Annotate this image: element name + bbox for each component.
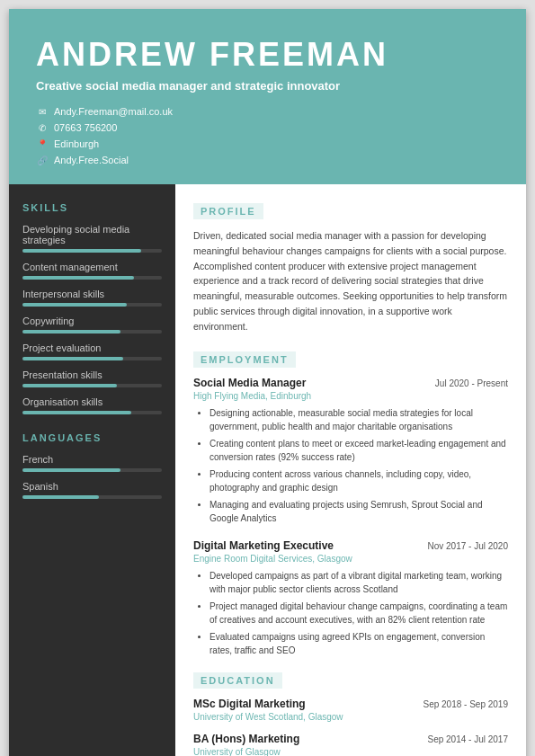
location-icon: 📍 [36,138,49,150]
sidebar: SKILLS Developing social media strategie… [9,184,175,756]
contact-text: Andy.Free.Social [54,155,129,165]
skill-bar-bg [22,411,162,414]
languages-list: French Spanish [22,454,162,499]
education-section: EDUCATION MSc Digital Marketing Sep 2018… [193,672,508,756]
skill-item: Interpersonal skills [22,289,162,307]
contact-location: 📍Edinburgh [36,138,499,150]
skill-bar-bg [22,384,162,387]
contact-text: Andy.Freeman@mail.co.uk [54,106,173,117]
employment-section: EMPLOYMENT Social Media Manager Jul 2020… [193,351,508,657]
candidate-title: Creative social media manager and strate… [36,79,499,93]
job-company: Engine Room Digital Services, Glasgow [193,554,508,564]
skill-name: Copywriting [22,316,162,326]
bullet: Project managed digital behaviour change… [210,600,508,627]
skill-name: Organisation skills [22,396,162,407]
bullet: Managing and evaluating projects using S… [210,498,508,525]
phone-icon: ✆ [36,121,49,134]
edu-header: MSc Digital Marketing Sep 2018 - Sep 201… [193,698,508,710]
lang-bar-bg [22,495,162,499]
contact-social: 🔗Andy.Free.Social [36,154,499,166]
job-bullets: Developed campaigns as part of a vibrant… [193,569,508,657]
skill-bar-fill [22,357,123,360]
header: ANDREW FREEMAN Creative social media man… [9,9,526,184]
skill-name: Presentation skills [22,369,162,380]
employment-title: EMPLOYMENT [193,351,296,368]
job-item: Digital Marketing Executive Nov 2017 - J… [193,539,508,657]
edu-university: University of Glasgow [193,747,508,756]
skills-list: Developing social media strategies Conte… [22,224,162,414]
edu-header: BA (Hons) Marketing Sep 2014 - Jul 2017 [193,733,508,745]
social-icon: 🔗 [36,154,49,166]
skill-item: Developing social media strategies [22,224,162,253]
profile-text: Driven, dedicated social media manager w… [193,228,508,334]
bullet: Creating content plans to meet or exceed… [210,437,508,464]
skill-name: Interpersonal skills [22,289,162,299]
contact-text: 07663 756200 [54,122,117,133]
job-dates: Jul 2020 - Present [435,378,508,388]
job-dates: Nov 2017 - Jul 2020 [427,541,508,551]
bullet: Evaluated campaigns using agreed KPIs on… [210,630,508,657]
profile-title: PROFILE [193,203,263,219]
job-title: Digital Marketing Executive [193,539,334,552]
edu-university: University of West Scotland, Glasgow [193,712,508,722]
skill-bar-bg [22,357,162,360]
body: SKILLS Developing social media strategie… [9,184,526,756]
skill-bar-fill [22,330,120,334]
lang-bar-bg [22,468,162,472]
edu-degree: MSc Digital Marketing [193,698,306,710]
language-name: Spanish [22,481,162,492]
skill-bar-fill [22,411,131,414]
skill-bar-bg [22,303,162,307]
bullet: Producing content across various channel… [210,467,508,494]
skill-item: Project evaluation [22,342,162,360]
skill-bar-fill [22,303,127,307]
education-title: EDUCATION [193,672,282,689]
skill-name: Developing social media strategies [22,224,162,245]
skill-bar-bg [22,276,162,280]
skills-section-title: SKILLS [22,202,162,213]
edu-degree: BA (Hons) Marketing [193,733,299,745]
skill-item: Organisation skills [22,396,162,414]
email-icon: ✉ [36,105,49,118]
skill-bar-fill [22,276,134,280]
contact-email: ✉Andy.Freeman@mail.co.uk [36,105,499,118]
language-item: Spanish [22,481,162,499]
lang-bar-fill [22,495,99,499]
skill-item: Presentation skills [22,369,162,387]
job-item: Social Media Manager Jul 2020 - Present … [193,377,508,525]
bullet: Designing actionable, measurable social … [210,406,508,433]
contact-text: Edinburgh [54,138,99,149]
skill-bar-fill [22,249,141,253]
job-header: Social Media Manager Jul 2020 - Present [193,377,508,389]
job-title: Social Media Manager [193,377,306,389]
jobs-container: Social Media Manager Jul 2020 - Present … [193,377,508,657]
edu-dates: Sep 2014 - Jul 2017 [427,734,508,744]
skill-item: Copywriting [22,316,162,334]
job-bullets: Designing actionable, measurable social … [193,406,508,525]
job-company: High Flying Media, Edinburgh [193,391,508,401]
main-content: PROFILE Driven, dedicated social media m… [175,184,526,756]
resume-page: ANDREW FREEMAN Creative social media man… [9,9,526,756]
candidate-name: ANDREW FREEMAN [36,36,499,74]
languages-section-title: LANGUAGES [22,432,162,443]
skill-name: Project evaluation [22,342,162,353]
language-item: French [22,454,162,472]
contact-list: ✉Andy.Freeman@mail.co.uk✆07663 756200📍Ed… [36,105,499,166]
skill-item: Content management [22,262,162,280]
bullet: Developed campaigns as part of a vibrant… [210,569,508,596]
edu-item: BA (Hons) Marketing Sep 2014 - Jul 2017 … [193,733,508,756]
skill-bar-bg [22,249,162,253]
language-name: French [22,454,162,465]
profile-section: PROFILE Driven, dedicated social media m… [193,202,508,334]
edu-item: MSc Digital Marketing Sep 2018 - Sep 201… [193,698,508,722]
job-header: Digital Marketing Executive Nov 2017 - J… [193,539,508,552]
edu-dates: Sep 2018 - Sep 2019 [423,699,508,709]
lang-bar-fill [22,468,120,472]
edu-container: MSc Digital Marketing Sep 2018 - Sep 201… [193,698,508,756]
skill-bar-fill [22,384,117,387]
skill-name: Content management [22,262,162,272]
contact-phone: ✆07663 756200 [36,121,499,134]
skill-bar-bg [22,330,162,334]
